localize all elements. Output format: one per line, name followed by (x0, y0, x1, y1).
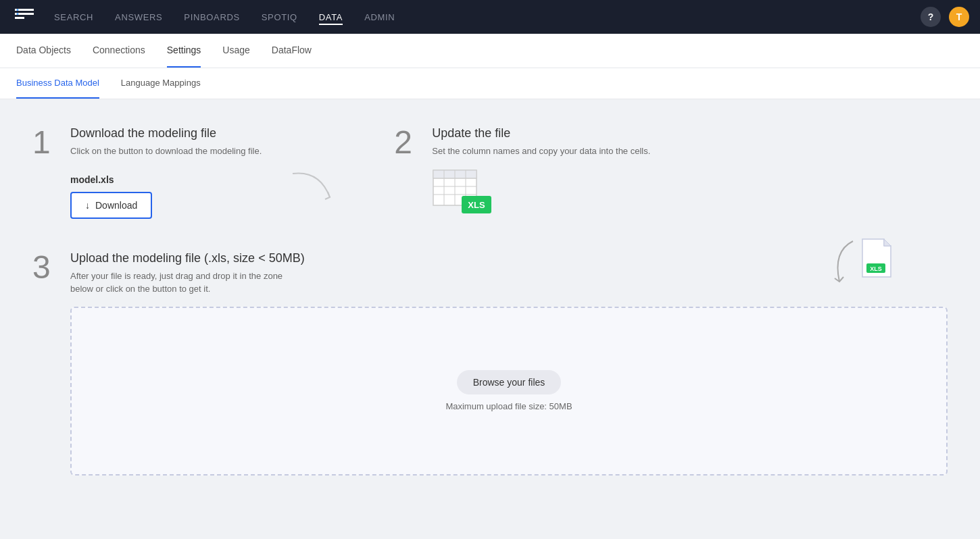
upload-hint-text: Maximum upload file size: 50MB (445, 401, 572, 411)
xls-grid-icon: XLS (432, 169, 493, 215)
model-filename: model.xls (70, 174, 262, 185)
step-2-content: Update the file Set the column names and… (432, 126, 650, 217)
step-1-header: 1 Download the modeling file Click on th… (32, 126, 340, 219)
tab-usage[interactable]: Usage (222, 34, 249, 68)
xls-file-icon: XLS (860, 238, 893, 281)
step1-arrow-icon (286, 167, 340, 207)
step-2-title: Update the file (432, 126, 650, 140)
svg-text:XLS: XLS (468, 200, 486, 210)
top-navigation: SEARCH ANSWERS PINBOARDS SPOTIQ DATA ADM… (0, 0, 980, 34)
step-2-description: Set the column names and copy your data … (432, 145, 650, 158)
logo[interactable] (11, 3, 38, 30)
step-2-header: 2 Update the file Set the column names a… (394, 126, 650, 217)
step-1-number: 1 (32, 126, 59, 159)
step-3-number: 3 (32, 251, 59, 284)
model-section: model.xls ↓ Download (70, 174, 262, 219)
step-1: 1 Download the modeling file Click on th… (32, 126, 340, 219)
nav-pinboards[interactable]: PINBOARDS (184, 9, 239, 25)
step-1-description: Click on the button to download the mode… (70, 145, 262, 158)
upload-drop-zone[interactable]: Browse your files Maximum upload file si… (70, 307, 948, 476)
step-2: 2 Update the file Set the column names a… (394, 126, 650, 219)
svg-text:XLS: XLS (870, 265, 882, 272)
tab-language-mappings[interactable]: Language Mappings (121, 68, 201, 99)
user-avatar[interactable]: T (949, 7, 969, 27)
step-3-description: After your file is ready, just drag and … (70, 270, 300, 296)
svg-point-3 (17, 9, 19, 11)
nav-spotiq[interactable]: SPOTIQ (262, 9, 297, 25)
step-3-header: 3 Upload the modeling file (.xls, size <… (32, 251, 948, 296)
step3-arrow-and-icon: XLS (812, 238, 893, 294)
step-1-title: Download the modeling file (70, 126, 262, 140)
secondary-navigation: Data Objects Connections Settings Usage … (0, 34, 980, 68)
browse-files-button[interactable]: Browse your files (457, 370, 562, 394)
tab-dataflow[interactable]: DataFlow (272, 34, 312, 68)
step-2-number: 2 (394, 126, 421, 159)
tab-connections[interactable]: Connections (93, 34, 145, 68)
tab-settings[interactable]: Settings (167, 34, 201, 68)
svg-rect-2 (15, 17, 24, 19)
nav-admin[interactable]: ADMIN (364, 9, 395, 25)
main-content: 1 Download the modeling file Click on th… (0, 99, 980, 539)
help-button[interactable]: ? (921, 7, 941, 27)
step-3: 3 Upload the modeling file (.xls, size <… (32, 251, 948, 476)
tab-business-data-model[interactable]: Business Data Model (16, 68, 99, 99)
svg-point-4 (17, 13, 19, 15)
main-nav-items: SEARCH ANSWERS PINBOARDS SPOTIQ DATA ADM… (54, 9, 921, 25)
step1-arrow-container (286, 167, 340, 210)
tertiary-navigation: Business Data Model Language Mappings (0, 68, 980, 99)
download-label: Download (95, 200, 137, 211)
nav-data[interactable]: DATA (319, 9, 343, 25)
tab-data-objects[interactable]: Data Objects (16, 34, 71, 68)
nav-right-actions: ? T (921, 7, 969, 27)
step-1-content: Download the modeling file Click on the … (70, 126, 262, 219)
nav-search[interactable]: SEARCH (54, 9, 93, 25)
nav-answers[interactable]: ANSWERS (115, 9, 162, 25)
xls-grid-container: XLS (432, 169, 650, 217)
steps-row-top: 1 Download the modeling file Click on th… (32, 126, 948, 219)
download-button[interactable]: ↓ Download (70, 192, 152, 219)
download-icon: ↓ (85, 200, 90, 211)
